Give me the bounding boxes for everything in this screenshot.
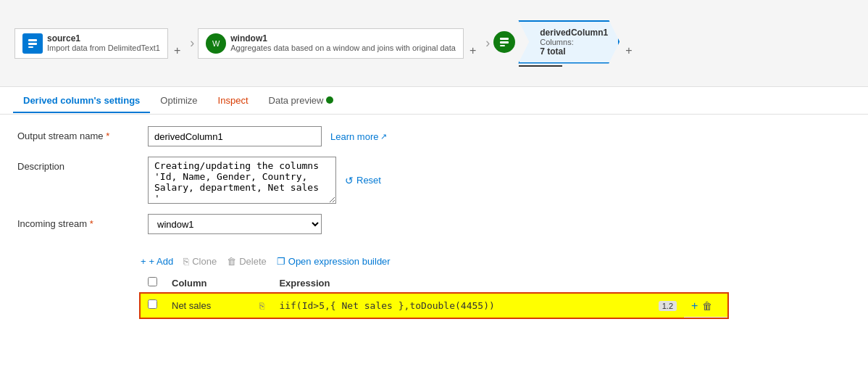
delete-button[interactable]: 🗑 Delete <box>227 256 267 267</box>
row-actions-cell: + 🗑 <box>684 294 727 318</box>
row-checkbox[interactable] <box>148 299 157 309</box>
clone-button[interactable]: ⎘ Clone <box>183 256 217 267</box>
window-icon: W <box>206 33 226 54</box>
arrow-2: › <box>482 36 493 51</box>
source-node: source1 Import data from DelimitedText1 <box>14 28 168 59</box>
badge-cell: 1.2 <box>648 294 684 318</box>
columns-section: + + Add ⎘ Clone 🗑 Delete ❐ Open expressi… <box>0 256 868 318</box>
tabs-bar: Derived column's settings Optimize Inspe… <box>0 87 868 115</box>
output-stream-input[interactable] <box>148 126 322 146</box>
source-text: source1 Import data from DelimitedText1 <box>47 33 160 52</box>
incoming-stream-row: Incoming stream * window1 <box>17 214 851 234</box>
arrow-1: › <box>186 36 198 51</box>
svg-rect-2 <box>28 46 33 48</box>
output-stream-row: Output stream name * Learn more ↗ <box>17 126 851 146</box>
col-header-expression: Expression <box>272 273 648 294</box>
columns-table-container: Column Expression Net sales ⎘ <box>141 273 851 318</box>
col-header-copy <box>252 273 272 294</box>
delete-icon: 🗑 <box>227 256 236 267</box>
window-text: window1 Aggregates data based on a windo… <box>230 33 456 52</box>
window-node: W window1 Aggregates data based on a win… <box>198 28 464 59</box>
table-row: Net sales ⎘ iif(Id>5,{ Net sales },toDou… <box>141 294 727 318</box>
svg-rect-0 <box>28 39 37 41</box>
incoming-stream-control: window1 <box>148 214 322 234</box>
output-stream-control: Learn more ↗ <box>148 126 387 146</box>
connector-plus-2: + <box>464 44 482 57</box>
description-row: Description Creating/updating the column… <box>17 157 851 204</box>
columns-table: Column Expression Net sales ⎘ <box>141 273 727 318</box>
preview-dot <box>326 96 333 104</box>
settings-panel: Output stream name * Learn more ↗ Descri… <box>0 115 868 256</box>
column-name-cell: Net sales <box>164 294 252 318</box>
connector-plus-3: + <box>619 44 638 57</box>
svg-rect-3 <box>500 38 509 40</box>
svg-rect-5 <box>500 45 505 46</box>
source-icon <box>22 33 43 54</box>
tab-optimize[interactable]: Optimize <box>150 89 207 113</box>
tab-preview[interactable]: Data preview <box>259 89 344 113</box>
expression-builder-icon: ❐ <box>277 256 285 267</box>
select-all-checkbox[interactable] <box>148 277 157 286</box>
row-delete-button[interactable]: 🗑 <box>702 300 712 312</box>
derived-underline <box>519 65 562 67</box>
external-link-icon: ↗ <box>380 132 387 141</box>
incoming-stream-select[interactable]: window1 <box>148 214 322 234</box>
col-header-column: Column <box>164 273 252 294</box>
source-node-box[interactable]: source1 Import data from DelimitedText1 <box>14 28 168 59</box>
learn-more-link[interactable]: Learn more ↗ <box>330 131 387 142</box>
copy-icon[interactable]: ⎘ <box>259 301 264 311</box>
table-header-row: Column Expression <box>141 273 727 294</box>
derived-icon <box>493 31 515 53</box>
output-stream-label: Output stream name * <box>17 126 148 141</box>
tab-inspect[interactable]: Inspect <box>208 89 259 113</box>
window-node-box[interactable]: W window1 Aggregates data based on a win… <box>198 28 464 59</box>
copy-icon-cell: ⎘ <box>252 294 272 318</box>
add-icon: + <box>141 256 146 267</box>
columns-toolbar: + + Add ⎘ Clone 🗑 Delete ❐ Open expressi… <box>17 256 851 267</box>
row-checkbox-cell <box>141 294 164 318</box>
expression-builder-button[interactable]: ❐ Open expression builder <box>277 256 391 267</box>
clone-icon: ⎘ <box>183 256 189 267</box>
incoming-stream-label: Incoming stream * <box>17 214 148 229</box>
reset-icon: ↺ <box>345 175 354 186</box>
description-control: Creating/updating the columns 'Id, Name,… <box>148 157 381 204</box>
reset-button[interactable]: ↺ Reset <box>345 175 381 186</box>
description-input[interactable]: Creating/updating the columns 'Id, Name,… <box>148 157 336 204</box>
col-header-checkbox <box>141 273 164 294</box>
derived-node: derivedColumn1 Columns: 7 total <box>493 20 619 67</box>
description-label: Description <box>17 157 148 172</box>
connector-plus-1: + <box>168 44 186 57</box>
col-header-badge <box>648 273 684 294</box>
expression-cell[interactable]: iif(Id>5,{ Net sales },toDouble(4455)) <box>272 294 648 318</box>
svg-rect-1 <box>28 43 37 45</box>
pipeline-area: source1 Import data from DelimitedText1 … <box>0 0 868 87</box>
add-button[interactable]: + + Add <box>141 256 173 267</box>
row-add-button[interactable]: + <box>691 299 698 312</box>
svg-rect-4 <box>500 41 509 44</box>
col-header-actions <box>684 273 727 294</box>
tab-settings[interactable]: Derived column's settings <box>13 89 150 113</box>
derived-node-box[interactable]: derivedColumn1 Columns: 7 total <box>518 20 619 64</box>
